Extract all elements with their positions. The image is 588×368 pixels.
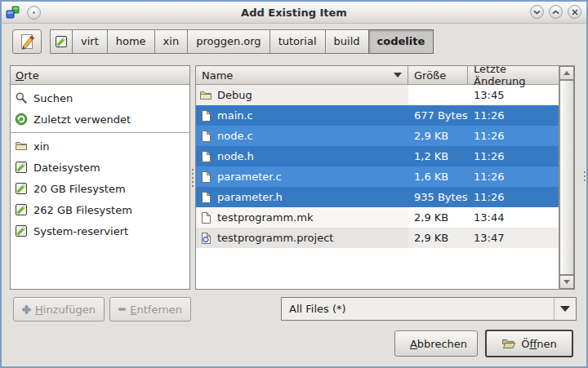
- scroll-down-button[interactable]: [559, 275, 574, 289]
- file-row-node-c[interactable]: node.c 2,9 KB 11:26: [196, 126, 559, 146]
- crumb-proggen-org[interactable]: proggen.org: [187, 29, 270, 54]
- maximize-button[interactable]: [549, 5, 563, 19]
- column-header-name[interactable]: Name: [196, 66, 408, 85]
- cancel-button-label: Abbrechen: [410, 338, 467, 350]
- file-row-node-h[interactable]: node.h 1,2 KB 11:26: [196, 146, 559, 166]
- scroll-down-icon: [564, 280, 570, 284]
- place-label: xin: [33, 140, 50, 153]
- location-toolbar: virt home xin proggen.org tutorial build…: [12, 29, 576, 54]
- file-row-testprogramm-mk[interactable]: testprogramm.mk 2,9 KB 13:44: [196, 207, 559, 228]
- file-row-debug[interactable]: Debug 13:45: [196, 85, 559, 105]
- sticky-button[interactable]: [27, 6, 41, 20]
- drive-icon: [15, 182, 28, 195]
- file-row-parameter-c[interactable]: parameter.c 1,6 KB 11:26: [196, 166, 559, 187]
- titlebar[interactable]: Add Existing Item: [2, 2, 586, 24]
- vertical-scrollbar[interactable]: [559, 66, 574, 289]
- add-button[interactable]: Hinzufügen: [13, 297, 105, 321]
- window-title: Add Existing Item: [2, 7, 586, 19]
- file-size: 1,2 KB: [414, 150, 448, 162]
- file-row-parameter-h[interactable]: parameter.h 935 Bytes 11:26: [196, 187, 559, 207]
- file-icon: [199, 130, 212, 143]
- place-label: Zuletzt verwendet: [33, 113, 131, 126]
- crumb-root-drive[interactable]: [50, 29, 73, 54]
- sort-desc-arrow-icon: [394, 73, 402, 78]
- file-name: testprogramm.mk: [217, 211, 313, 224]
- app-icon: [6, 6, 20, 19]
- file-name: node.c: [217, 130, 253, 142]
- place-label: Dateisystem: [33, 162, 100, 174]
- minus-icon: [118, 306, 126, 313]
- remove-button[interactable]: Entfernen: [109, 297, 191, 321]
- file-filter-combobox[interactable]: All Files (*): [281, 297, 577, 321]
- place-item-suchen[interactable]: Suchen: [11, 87, 189, 109]
- file-modified: 13:44: [474, 211, 504, 224]
- crumb-virt[interactable]: virt: [72, 29, 108, 54]
- file-name: parameter.h: [217, 191, 283, 203]
- places-header[interactable]: Orte: [11, 66, 189, 85]
- column-label: Letzte Änderung: [474, 65, 553, 87]
- add-existing-item-dialog: Add Existing Item: [0, 0, 588, 368]
- crumb-label: home: [116, 35, 146, 47]
- recent-icon: [15, 113, 28, 126]
- place-item-system-reserviert[interactable]: System-reserviert: [11, 220, 189, 242]
- crumb-label: build: [334, 35, 360, 47]
- file-row-main-c[interactable]: main.c 677 Bytes 11:26: [196, 105, 559, 126]
- minimize-button[interactable]: [530, 5, 544, 19]
- file-row-testprogramm-project[interactable]: testprogramm.project 2,9 KB 13:47: [196, 228, 559, 248]
- place-item-20gb-filesystem[interactable]: 20 GB Filesystem: [11, 178, 189, 199]
- file-icon: [199, 211, 212, 224]
- file-list-header: Name Größe Letzte Änderung: [196, 66, 559, 85]
- breadcrumb: virt home xin proggen.org tutorial build…: [50, 29, 434, 54]
- close-icon: [572, 9, 578, 16]
- file-modified: 13:45: [474, 89, 504, 101]
- column-label: Name: [202, 69, 233, 82]
- cancel-button[interactable]: Abbrechen: [394, 330, 478, 357]
- column-header-size[interactable]: Größe: [408, 66, 468, 85]
- file-name: main.c: [217, 109, 253, 122]
- file-modified: 13:47: [474, 232, 504, 244]
- crumb-xin[interactable]: xin: [154, 29, 189, 54]
- open-button-label: Öffnen: [521, 338, 557, 350]
- file-name: node.h: [217, 150, 254, 162]
- crumb-home[interactable]: home: [107, 29, 155, 54]
- file-name: parameter.c: [217, 171, 282, 183]
- place-item-xin[interactable]: xin: [11, 135, 189, 157]
- file-size: 1,6 KB: [414, 171, 448, 183]
- edit-location-button[interactable]: [12, 29, 42, 54]
- file-size: 2,9 KB: [414, 130, 448, 142]
- crumb-codelite-active[interactable]: codelite: [368, 29, 434, 54]
- chevron-down-icon: [560, 306, 570, 312]
- crumb-label: virt: [81, 35, 99, 47]
- crumb-tutorial[interactable]: tutorial: [270, 29, 326, 54]
- window-resize-grip[interactable]: [584, 171, 586, 181]
- file-filter-value: All Files (*): [282, 303, 554, 315]
- file-list-panel: Name Größe Letzte Änderung: [195, 65, 575, 290]
- minimize-icon: [533, 10, 541, 15]
- open-button[interactable]: Öffnen: [485, 330, 573, 357]
- file-icon: [199, 109, 212, 122]
- crumb-label: proggen.org: [196, 35, 261, 47]
- sticky-icon: [32, 11, 36, 15]
- open-folder-icon: [501, 337, 516, 350]
- file-name: Debug: [217, 89, 252, 101]
- file-modified: 11:26: [474, 109, 504, 122]
- plus-icon: [22, 304, 31, 316]
- file-size: 2,9 KB: [414, 232, 448, 244]
- search-icon: [15, 91, 28, 104]
- place-item-262gb-filesystem[interactable]: 262 GB Filesystem: [11, 199, 189, 220]
- maximize-icon: [552, 10, 559, 15]
- drive-icon: [15, 203, 28, 216]
- combo-arrow-zone[interactable]: [554, 298, 576, 320]
- close-button[interactable]: [568, 5, 581, 19]
- remove-button-label: Entfernen: [130, 304, 182, 316]
- folder-icon: [199, 89, 212, 102]
- file-size: 935 Bytes: [414, 191, 467, 203]
- column-header-modified[interactable]: Letzte Änderung: [468, 66, 559, 85]
- scrollbar-thumb[interactable]: [559, 80, 574, 275]
- place-item-zuletzt-verwendet[interactable]: Zuletzt verwendet: [11, 109, 189, 130]
- crumb-build[interactable]: build: [325, 29, 369, 54]
- scroll-up-button[interactable]: [559, 66, 574, 80]
- places-separator: [11, 132, 189, 133]
- place-item-dateisystem[interactable]: Dateisystem: [11, 157, 189, 178]
- file-modified: 11:26: [474, 171, 504, 183]
